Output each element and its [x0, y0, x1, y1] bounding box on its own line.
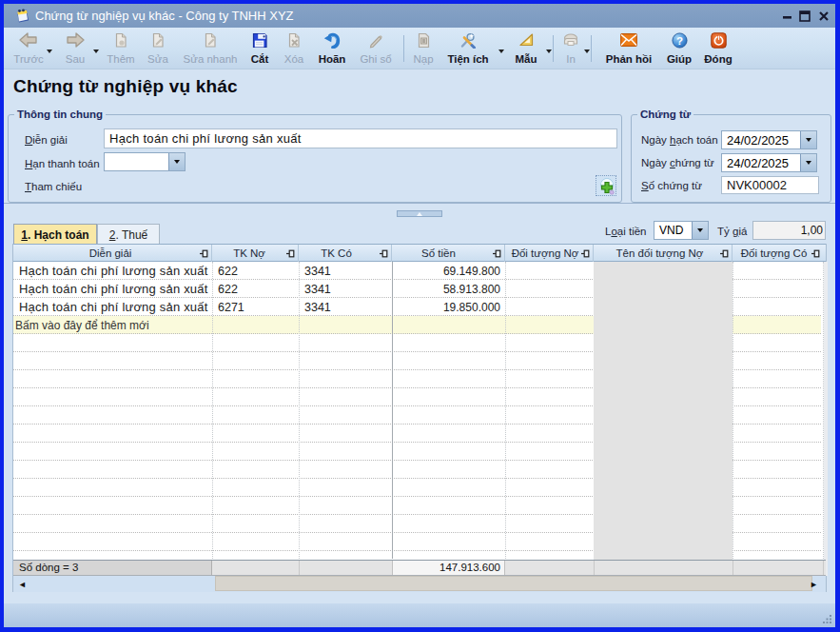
svg-text:?: ?: [675, 34, 682, 46]
